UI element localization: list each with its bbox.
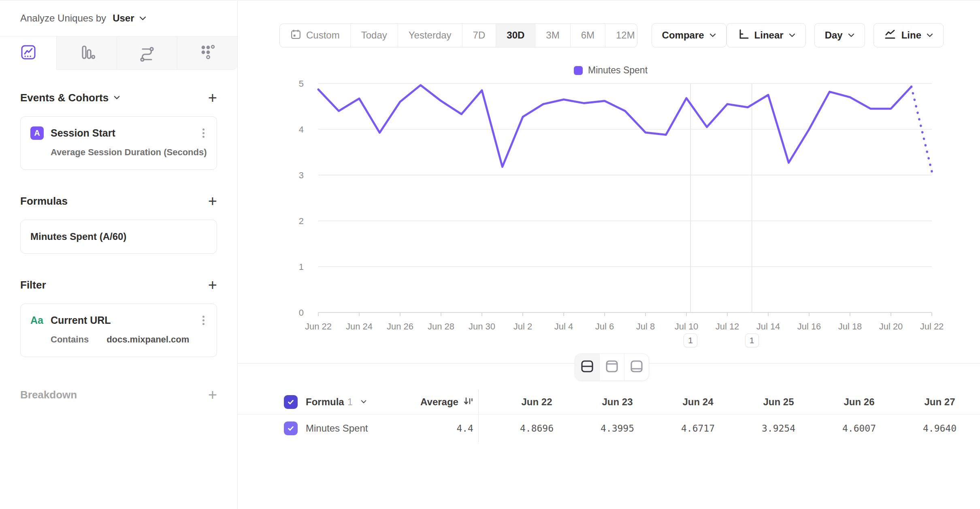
filter-section-header: Filter +	[20, 277, 217, 293]
add-event-button[interactable]: +	[208, 90, 217, 105]
formula-column-header[interactable]: Formula	[306, 396, 344, 408]
date-cell-value: 4.6007	[819, 415, 899, 442]
kebab-menu-icon[interactable]	[200, 126, 207, 140]
linear-axis-icon	[737, 28, 749, 43]
events-cohorts-title: Events & Cohorts	[20, 92, 109, 104]
svg-text:Jul 2: Jul 2	[513, 321, 532, 331]
kebab-menu-icon[interactable]	[200, 313, 207, 327]
compare-button[interactable]: Compare	[652, 23, 726, 47]
range-30d[interactable]: 30D	[496, 24, 535, 47]
view-chart-only-button[interactable]	[599, 354, 624, 381]
svg-text:5: 5	[299, 79, 304, 89]
svg-text:Jul 18: Jul 18	[838, 321, 862, 331]
chevron-down-icon[interactable]	[114, 96, 120, 100]
line-chart[interactable]: 012345Jun 22Jun 24Jun 26Jun 28Jun 30Jul …	[238, 49, 980, 357]
date-cell-value: 3.9254	[738, 415, 819, 442]
chart-type-label: Line	[901, 30, 921, 41]
range-7d[interactable]: 7D	[462, 24, 496, 47]
flow-icon	[138, 43, 156, 63]
bar-chart-icon	[77, 43, 96, 63]
filter-card[interactable]: Aa Current URL Contains docs.mixpanel.co…	[20, 304, 217, 357]
add-breakdown-button[interactable]: +	[208, 387, 217, 402]
svg-text:Jul 14: Jul 14	[756, 321, 780, 331]
formulas-title: Formulas	[20, 195, 68, 207]
breakdown-section-header: Breakdown +	[20, 387, 217, 402]
date-column-header[interactable]: Jun 23	[577, 389, 658, 414]
date-column-header[interactable]: Jun 22	[496, 389, 577, 414]
range-3m[interactable]: 3M	[535, 24, 570, 47]
add-filter-button[interactable]: +	[208, 277, 217, 293]
series-checkbox[interactable]	[284, 421, 298, 435]
range-12m[interactable]: 12M	[605, 24, 637, 47]
analyze-uniques-header: Analyze Uniques by User	[0, 0, 237, 36]
select-all-checkbox[interactable]	[284, 395, 298, 409]
results-table: Formula 1 Average Jun 22Jun 23Jun 24Jun …	[238, 389, 980, 442]
average-column-header[interactable]: Average	[420, 396, 458, 408]
svg-text:Jul 22: Jul 22	[920, 321, 944, 331]
chevron-down-icon	[848, 33, 854, 37]
chart-area: Minutes Spent 012345Jun 22Jun 24Jun 26Ju…	[238, 0, 980, 363]
view-split-button[interactable]	[575, 354, 599, 381]
date-column-header[interactable]: Jun 24	[658, 389, 738, 414]
date-column-header[interactable]: Jun 27	[899, 389, 980, 414]
table-header-row: Formula 1 Average Jun 22Jun 23Jun 24Jun …	[238, 389, 980, 415]
view-table-only-button[interactable]	[624, 354, 649, 381]
top-panel-icon	[605, 359, 619, 375]
formula-expression[interactable]: Minutes Spent (A/60)	[30, 231, 126, 242]
chevron-down-icon[interactable]	[361, 400, 366, 404]
series-label[interactable]: Minutes Spent	[306, 423, 368, 434]
tab-flow[interactable]	[117, 36, 177, 70]
range-today[interactable]: Today	[350, 24, 398, 47]
filter-property-name[interactable]: Current URL	[51, 314, 111, 326]
event-aggregation[interactable]: Average Session Duration (Seconds)	[51, 147, 207, 158]
formula-card[interactable]: Minutes Spent (A/60)	[20, 220, 217, 254]
interval-label: Day	[825, 30, 843, 41]
svg-text:Jul 20: Jul 20	[879, 321, 903, 331]
svg-text:Jul 6: Jul 6	[595, 321, 614, 331]
line-chart-icon	[19, 43, 38, 63]
svg-text:Jul 10: Jul 10	[675, 321, 699, 331]
range-yesterday[interactable]: Yesterday	[398, 24, 462, 47]
chevron-down-icon	[927, 33, 933, 37]
svg-text:Jun 26: Jun 26	[387, 321, 413, 331]
tab-bar-chart[interactable]	[56, 36, 117, 70]
scale-label: Linear	[754, 30, 784, 41]
formulas-section-header: Formulas +	[20, 193, 217, 209]
date-column-header[interactable]: Jun 25	[738, 389, 819, 414]
date-column-header[interactable]: Jun 26	[819, 389, 899, 414]
tab-retention-grid[interactable]	[177, 36, 237, 70]
text-property-icon: Aa	[30, 314, 44, 326]
range-custom[interactable]: Custom	[280, 24, 350, 47]
chevron-down-icon	[789, 33, 795, 37]
event-letter-badge: A	[30, 126, 44, 140]
annotation-badge[interactable]: 1	[745, 334, 759, 347]
date-column-headers: Jun 22Jun 23Jun 24Jun 25Jun 26Jun 27	[496, 389, 980, 414]
bottom-panel-icon	[629, 359, 644, 375]
analyze-value-dropdown[interactable]: User	[113, 13, 134, 24]
svg-text:2: 2	[299, 216, 304, 226]
chevron-down-icon	[709, 33, 716, 37]
query-builder-sidebar: Analyze Uniques by User	[0, 0, 238, 509]
svg-text:4: 4	[299, 124, 304, 135]
report-main: Minutes Spent 012345Jun 22Jun 24Jun 26Ju…	[238, 0, 980, 509]
split-view-icon	[580, 359, 594, 375]
annotation-badge[interactable]: 1	[684, 334, 697, 347]
filter-value[interactable]: docs.mixpanel.com	[107, 334, 189, 345]
tab-insights-line[interactable]	[0, 36, 56, 70]
event-name[interactable]: Session Start	[51, 127, 115, 139]
filter-operator[interactable]: Contains	[51, 334, 89, 345]
chart-type-button[interactable]: Line	[873, 23, 944, 47]
svg-text:Jun 28: Jun 28	[428, 321, 454, 331]
analyze-label: Analyze Uniques by	[20, 13, 106, 24]
scale-button[interactable]: Linear	[726, 23, 806, 47]
svg-text:Jun 30: Jun 30	[469, 321, 495, 331]
svg-text:Jun 22: Jun 22	[305, 321, 332, 331]
view-layout-toggle	[575, 353, 649, 381]
chevron-down-icon[interactable]	[139, 16, 146, 21]
chart-toolbar: CustomTodayYesterday7D30D3M6M12M Compare…	[279, 23, 944, 47]
sort-icon[interactable]	[462, 396, 473, 408]
range-6m[interactable]: 6M	[570, 24, 605, 47]
interval-button[interactable]: Day	[814, 23, 865, 47]
add-formula-button[interactable]: +	[208, 193, 217, 209]
event-card[interactable]: A Session Start Average Session Duration…	[20, 116, 217, 170]
